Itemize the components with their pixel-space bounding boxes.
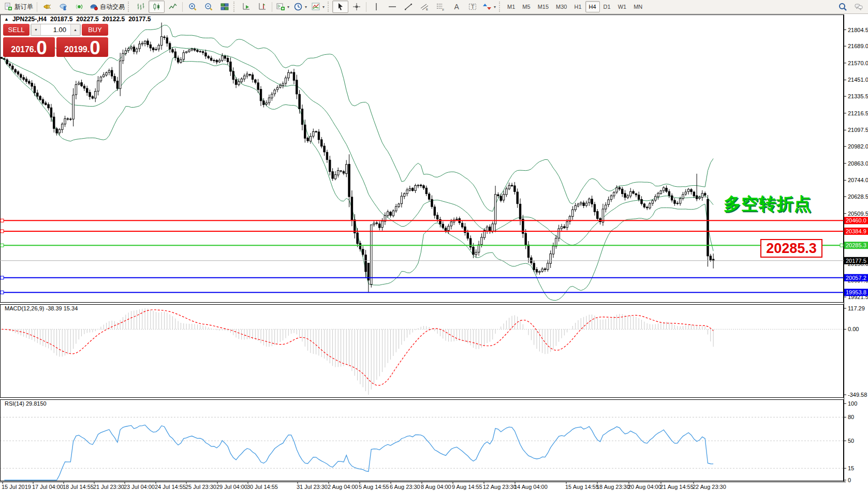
tile-windows-button[interactable] [216,1,232,13]
auto-scroll-button[interactable] [238,1,254,13]
toolbar-grip[interactable] [233,2,237,12]
chart-text-annotation[interactable]: 多空转折点 [724,192,812,216]
svg-text:8 Aug 04:00: 8 Aug 04:00 [421,484,451,490]
channel-button[interactable]: E [416,1,432,13]
chart-shift-button[interactable] [254,1,270,13]
svg-text:21 Jul 23:30: 21 Jul 23:30 [93,484,124,490]
svg-text:20177.5: 20177.5 [846,258,866,264]
vertical-line-button[interactable] [368,1,384,13]
autotrade-button[interactable]: 自动交易 [87,1,127,13]
indicators-icon [311,2,320,11]
svg-text:31 Jul 23:30: 31 Jul 23:30 [297,484,328,490]
chart-area[interactable]: 21804.521689.021570.021451.021335.521216… [0,0,868,492]
chart-shift-icon [258,2,267,11]
signals-button[interactable] [71,1,87,13]
chat-button[interactable] [850,1,866,13]
symbol-timeframe: JPN225-,H4 [12,16,47,23]
volume-input[interactable]: 1.00 [41,24,70,35]
cursor-button[interactable] [332,1,348,13]
main-toolbar: 新订单自动交易▾▾▾EFAT▾M1M5M15M30H1H4D1W1MN [0,0,868,14]
svg-text:T: T [471,4,475,10]
line-chart-button[interactable] [165,1,181,13]
tile-windows-icon [220,2,229,11]
fibonacci-button[interactable]: F [432,1,448,13]
svg-text:0: 0 [848,477,851,483]
line-handle[interactable] [1,291,4,294]
buy-price-big-digit: 0 [90,39,100,57]
search-button[interactable] [834,1,850,13]
axis-price-label: 20384.9 [844,228,868,235]
market-button[interactable] [55,1,71,13]
line-handle[interactable] [1,276,4,279]
toolbar-grip[interactable] [128,2,131,12]
new-chart-button[interactable]: ▾ [274,1,291,13]
svg-text:20863.0: 20863.0 [848,160,868,167]
timeframe-button-M15[interactable]: M15 [534,1,552,12]
auto-scroll-icon [242,2,251,11]
new-chart-icon [276,2,285,11]
timeframe-button-M5[interactable]: M5 [519,1,534,12]
svg-text:25 Jul 23:30: 25 Jul 23:30 [185,484,216,490]
line-handle[interactable] [1,219,4,222]
svg-text:15: 15 [848,465,854,471]
crosshair-button[interactable] [348,1,364,13]
svg-text:9 Aug 14:55: 9 Aug 14:55 [452,484,482,490]
timeframe-button-M1[interactable]: M1 [504,1,519,12]
svg-text:20509.5: 20509.5 [848,211,868,217]
zoom-in-button[interactable] [184,1,200,13]
sell-price-display[interactable]: 20176.0 [3,37,55,57]
buy-button[interactable]: BUY [82,24,108,36]
arrow-objects-icon [482,2,492,11]
horizontal-line-icon [388,2,397,11]
dropdown-caret-icon[interactable]: ▾ [287,5,289,9]
ohlc-low: 20122.5 [102,16,125,23]
ohlc-close: 20177.5 [128,16,151,23]
timeframe-button-H4[interactable]: H4 [585,1,600,12]
indicators-button[interactable]: ▾ [309,1,327,13]
candle-chart-button[interactable] [149,1,165,13]
price-callout-box[interactable]: 20285.3 [760,239,822,258]
label-button[interactable]: T [464,1,480,13]
svg-text:20628.5: 20628.5 [848,193,868,200]
svg-text:22 Aug 23:30: 22 Aug 23:30 [693,484,726,490]
zoom-out-icon [204,2,213,11]
axis-price-label: 19953.8 [844,289,868,296]
line-handle[interactable] [1,244,4,247]
line-chart-icon [168,2,178,11]
horizontal-line-button[interactable] [384,1,400,13]
timeframe-button-H1[interactable]: H1 [570,1,585,12]
volume-decrease-button[interactable]: ▼ [31,24,41,35]
sell-button[interactable]: SELL [3,24,30,36]
trendline-button[interactable] [400,1,416,13]
toolbar-grip[interactable] [328,2,331,12]
buy-price-display[interactable]: 20199.0 [56,37,108,57]
line-handle[interactable] [1,230,4,233]
candlestick-chart-icon [152,2,161,11]
timeframe-button-M30[interactable]: M30 [552,1,570,12]
notifications-button[interactable] [39,1,55,13]
text-button[interactable]: A [448,1,464,13]
new-order-button[interactable]: 新订单 [2,1,35,13]
svg-text:20744.0: 20744.0 [848,177,868,183]
collapse-triangle-icon[interactable]: ▲ [4,17,9,22]
svg-text:21570.0: 21570.0 [848,60,868,66]
bar-chart-button[interactable] [133,1,149,13]
toolbar-grip[interactable] [499,2,503,12]
dropdown-caret-icon[interactable]: ▾ [494,5,496,9]
axis-price-label: 20177.5 [844,257,868,264]
timeframe-button-MN[interactable]: MN [630,1,646,12]
volume-increase-button[interactable]: ▲ [70,24,80,35]
svg-text:18 Aug 23:30: 18 Aug 23:30 [596,484,630,490]
dropdown-caret-icon[interactable]: ▾ [305,5,307,9]
arrows-button[interactable]: ▾ [480,1,498,13]
zoom-out-button[interactable] [200,1,216,13]
axis-price-label: 20460.0 [844,217,868,224]
periods-button[interactable]: ▾ [291,1,309,13]
svg-text:20285.3: 20285.3 [846,242,866,248]
svg-text:117.29: 117.29 [848,305,865,311]
timeframe-button-W1[interactable]: W1 [614,1,630,12]
dropdown-caret-icon[interactable]: ▾ [322,5,325,9]
timeframe-button-D1[interactable]: D1 [600,1,614,12]
megaphone-icon [42,2,52,11]
toolbar-separator [366,2,366,12]
